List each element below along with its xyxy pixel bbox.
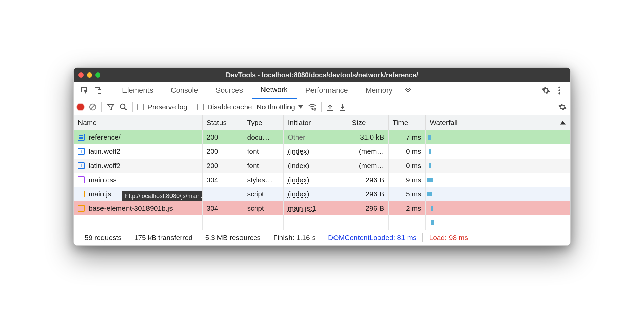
status-transferred: 175 kB transferred: [128, 234, 199, 242]
request-status: 200: [202, 159, 243, 173]
waterfall-cell: [426, 144, 570, 159]
request-name: base-element-3018901b.js: [89, 204, 173, 212]
table-row-empty: [74, 215, 570, 230]
tab-network[interactable]: Network: [252, 82, 297, 99]
network-conditions-icon[interactable]: [308, 103, 317, 111]
col-size[interactable]: Size: [348, 115, 388, 130]
window-title: DevTools - localhost:8080/docs/devtools/…: [74, 71, 570, 79]
table-row[interactable]: base-element-3018901b.js 304 script main…: [74, 201, 570, 215]
throttling-select[interactable]: No throttling: [257, 103, 303, 111]
titlebar: DevTools - localhost:8080/docs/devtools/…: [74, 68, 570, 82]
tab-performance[interactable]: Performance: [297, 82, 357, 99]
request-name: latin.woff2: [89, 147, 120, 155]
initiator-text: Other: [288, 133, 306, 141]
settings-icon[interactable]: [539, 84, 553, 97]
col-initiator[interactable]: Initiator: [283, 115, 348, 130]
inspect-element-icon[interactable]: [78, 84, 91, 97]
device-toolbar-icon[interactable]: [91, 84, 105, 97]
col-waterfall[interactable]: Waterfall: [426, 115, 570, 130]
network-table: Name Status Type Initiator Size Time Wat…: [74, 115, 570, 230]
tab-console[interactable]: Console: [162, 82, 207, 99]
svg-point-4: [558, 89, 560, 91]
table-header-row: Name Status Type Initiator Size Time Wat…: [74, 115, 570, 130]
col-status[interactable]: Status: [202, 115, 243, 130]
col-time[interactable]: Time: [388, 115, 426, 130]
network-settings-icon[interactable]: [558, 103, 567, 111]
disable-cache-checkbox[interactable]: Disable cache: [197, 103, 252, 111]
status-requests: 59 requests: [78, 234, 128, 242]
filter-icon[interactable]: [107, 103, 115, 111]
initiator-link[interactable]: (index): [288, 147, 309, 155]
request-type: script: [243, 201, 283, 215]
request-time: 5 ms: [388, 187, 426, 201]
request-size: (mem…: [348, 159, 388, 173]
table-row[interactable]: Tlatin.woff2 200 font (index) (mem… 0 ms: [74, 144, 570, 159]
clear-icon[interactable]: [89, 103, 97, 111]
window-close-button[interactable]: [78, 72, 84, 78]
waterfall-cell: [426, 130, 570, 144]
request-status: 304: [202, 173, 243, 187]
col-type[interactable]: Type: [243, 115, 283, 130]
font-icon: T: [78, 162, 85, 169]
tab-sources[interactable]: Sources: [207, 82, 252, 99]
waterfall-cell: [426, 187, 570, 201]
download-har-icon[interactable]: [339, 103, 346, 111]
svg-point-3: [558, 86, 560, 88]
sort-asc-icon: [560, 121, 566, 124]
request-time: 2 ms: [388, 201, 426, 215]
svg-line-9: [124, 108, 127, 110]
request-size: 296 B: [348, 201, 388, 215]
waterfall-cell: [426, 201, 570, 215]
request-size: 296 B: [348, 187, 388, 201]
initiator-link[interactable]: main.js:1: [288, 204, 316, 212]
waterfall-cell: [426, 173, 570, 187]
kebab-menu-icon[interactable]: [553, 84, 566, 97]
more-tabs-icon[interactable]: [401, 84, 415, 97]
chevron-down-icon: [298, 105, 303, 109]
status-load: Load: 98 ms: [423, 234, 474, 242]
svg-point-5: [558, 92, 560, 94]
preserve-log-checkbox[interactable]: Preserve log: [137, 103, 187, 111]
initiator-link[interactable]: (index): [288, 190, 309, 198]
svg-point-8: [120, 104, 125, 109]
table-row[interactable]: Tlatin.woff2 200 font (index) (mem… 0 ms: [74, 159, 570, 173]
script-icon: [78, 191, 85, 197]
record-button[interactable]: [77, 104, 84, 110]
table-row[interactable]: reference/ 200 docu… Other 31.0 kB 7 ms: [74, 130, 570, 144]
table-row[interactable]: main.css 304 styles… (index) 296 B 9 ms: [74, 173, 570, 187]
window-minimize-button[interactable]: [87, 72, 92, 78]
traffic-lights: [78, 72, 100, 78]
tooltip: http://localhost:8080/js/main.js: [122, 191, 202, 201]
search-icon[interactable]: [119, 103, 128, 111]
request-status: [202, 187, 243, 201]
request-type: script: [243, 187, 283, 201]
document-icon: [78, 134, 85, 141]
separator: [109, 86, 109, 95]
initiator-link[interactable]: (index): [288, 176, 309, 184]
status-finish: Finish: 1.16 s: [267, 234, 322, 242]
request-size: 31.0 kB: [348, 130, 388, 144]
preserve-log-label: Preserve log: [147, 103, 187, 111]
waterfall-cell: [426, 159, 570, 173]
request-time: 0 ms: [388, 159, 426, 173]
svg-rect-13: [340, 110, 345, 111]
upload-har-icon[interactable]: [326, 103, 334, 111]
tab-memory[interactable]: Memory: [357, 82, 401, 99]
window-maximize-button[interactable]: [95, 72, 100, 78]
request-type: styles…: [243, 173, 283, 187]
table-row[interactable]: main.jshttp://localhost:8080/js/main.js …: [74, 187, 570, 201]
tab-elements[interactable]: Elements: [113, 82, 162, 99]
initiator-link[interactable]: (index): [288, 162, 309, 169]
font-icon: T: [78, 148, 85, 155]
request-size: (mem…: [348, 144, 388, 159]
col-name[interactable]: Name: [74, 115, 202, 130]
request-name: main.js: [89, 190, 111, 198]
request-type: font: [243, 159, 283, 173]
devtools-window: DevTools - localhost:8080/docs/devtools/…: [73, 67, 571, 246]
status-domcontentloaded: DOMContentLoaded: 81 ms: [322, 234, 422, 242]
request-status: 200: [202, 130, 243, 144]
status-resources: 5.3 MB resources: [199, 234, 267, 242]
request-type: docu…: [243, 130, 283, 144]
disable-cache-label: Disable cache: [207, 103, 252, 111]
request-time: 0 ms: [388, 144, 426, 159]
